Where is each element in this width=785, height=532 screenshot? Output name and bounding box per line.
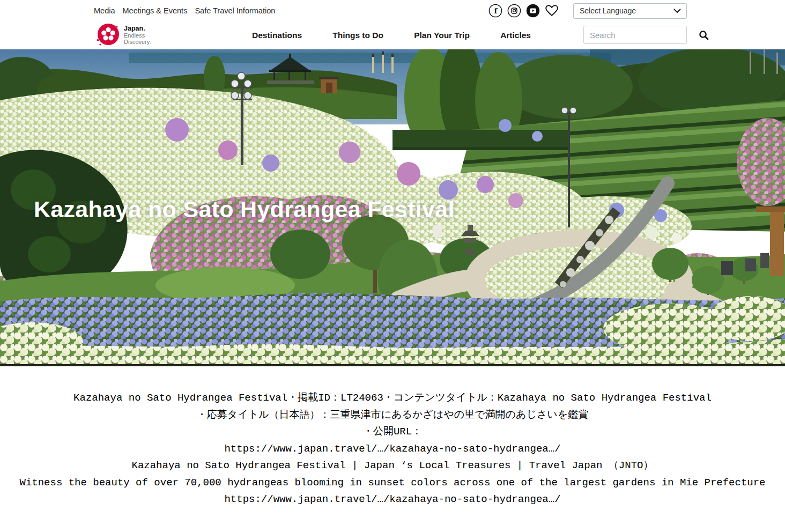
description-line-3: ・公開URL： bbox=[0, 424, 785, 441]
description-line-1: Kazahaya no Sato Hydrangea Festival・掲載ID… bbox=[0, 390, 785, 407]
logo[interactable]: Japan. Endless Discovery. bbox=[95, 23, 151, 48]
nav-things-to-do[interactable]: Things to Do bbox=[332, 31, 383, 40]
nav-articles[interactable]: Articles bbox=[500, 31, 531, 40]
logo-title: Japan. bbox=[124, 25, 151, 33]
nav-plan-your-trip[interactable]: Plan Your Trip bbox=[414, 31, 470, 40]
utility-link-meetings-events[interactable]: Meetings & Events bbox=[123, 6, 188, 15]
logo-subtitle-2: Discovery. bbox=[124, 39, 151, 46]
description-line-2: ・応募タイトル（日本語）：三重県津市にあるかざはやの里で満開のあじさいを鑑賞 bbox=[0, 407, 785, 424]
utility-right: f bbox=[488, 0, 687, 21]
search-box bbox=[583, 26, 687, 44]
facebook-icon[interactable]: f bbox=[488, 4, 502, 18]
nav-destinations[interactable]: Destinations bbox=[252, 31, 302, 40]
hero-image: Kazahaya no Sato Hydrangea Festival bbox=[0, 49, 785, 366]
hero-title: Kazahaya no Sato Hydrangea Festival bbox=[34, 196, 455, 223]
description-block: Kazahaya no Sato Hydrangea Festival・掲載ID… bbox=[0, 390, 785, 508]
utility-links: Media Meetings & Events Safe Travel Info… bbox=[94, 0, 275, 21]
description-line-6: Witness the beauty of over 70,000 hydran… bbox=[0, 475, 785, 492]
navbar: Japan. Endless Discovery. Destinations T… bbox=[0, 21, 785, 49]
logo-text: Japan. Endless Discovery. bbox=[124, 25, 151, 45]
utility-bar: Media Meetings & Events Safe Travel Info… bbox=[0, 0, 785, 21]
page: Media Meetings & Events Safe Travel Info… bbox=[0, 0, 785, 532]
youtube-icon[interactable] bbox=[526, 4, 540, 18]
logo-sakura-icon bbox=[95, 23, 120, 48]
language-selector[interactable]: Select Language bbox=[573, 3, 687, 19]
description-line-7[interactable]: https://www.japan.travel/…/kazahaya-no-s… bbox=[0, 491, 785, 508]
heart-icon[interactable] bbox=[545, 4, 559, 18]
svg-text:f: f bbox=[494, 6, 498, 15]
description-line-5: Kazahaya no Sato Hydrangea Festival | Ja… bbox=[0, 457, 785, 475]
description-line-4[interactable]: https://www.japan.travel/…/kazahaya-no-s… bbox=[0, 441, 785, 458]
utility-link-media[interactable]: Media bbox=[94, 6, 115, 15]
chevron-down-icon bbox=[673, 9, 681, 13]
search-icon[interactable] bbox=[699, 26, 709, 43]
logo-subtitle-1: Endless bbox=[124, 33, 151, 39]
utility-link-safe-travel[interactable]: Safe Travel Information bbox=[195, 6, 275, 15]
language-selector-label: Select Language bbox=[580, 6, 636, 15]
search-input[interactable] bbox=[584, 31, 699, 40]
instagram-icon[interactable] bbox=[507, 4, 521, 18]
main-nav: Destinations Things to Do Plan Your Trip… bbox=[252, 21, 531, 49]
